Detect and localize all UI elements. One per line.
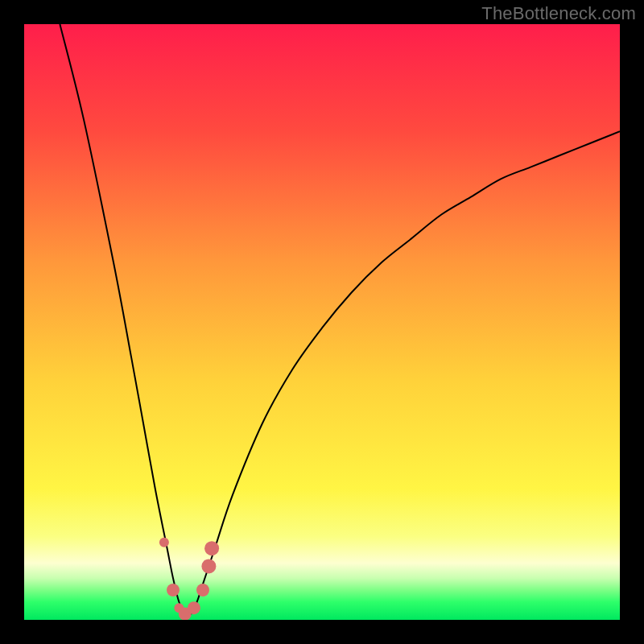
curve-marker bbox=[204, 541, 219, 555]
curve-marker bbox=[159, 538, 169, 547]
curve-marker bbox=[188, 601, 200, 614]
curve-marker bbox=[167, 584, 180, 597]
curve-marker bbox=[196, 584, 209, 597]
chart-frame: TheBottleneck.com bbox=[0, 0, 644, 644]
bottleneck-curve bbox=[60, 24, 620, 615]
curve-marker bbox=[201, 559, 216, 573]
marker-group bbox=[159, 538, 219, 620]
plot-area bbox=[24, 24, 620, 620]
curve-layer bbox=[24, 24, 620, 620]
watermark-label: TheBottleneck.com bbox=[481, 3, 636, 24]
